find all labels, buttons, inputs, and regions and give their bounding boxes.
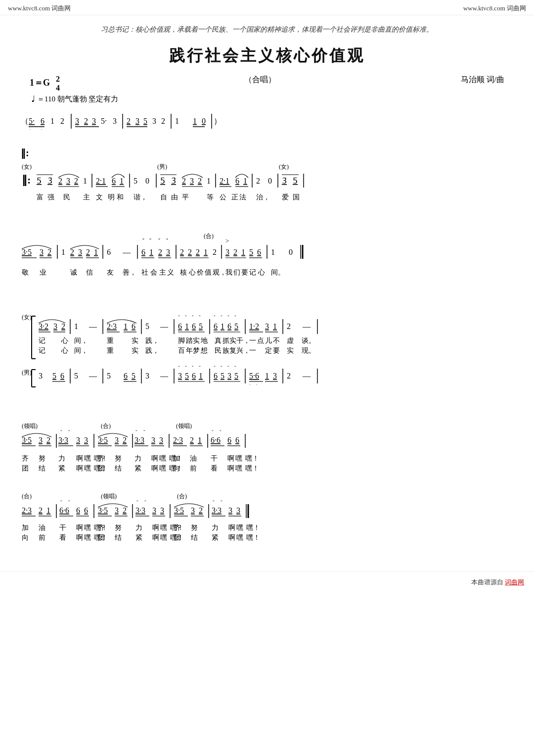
svg-text:6: 6	[60, 372, 64, 380]
svg-text:看: 看	[211, 465, 218, 472]
svg-text:1: 1	[193, 117, 197, 125]
svg-text:1: 1	[50, 117, 54, 125]
svg-text:2: 2	[188, 248, 192, 256]
svg-text:5: 5	[52, 372, 56, 380]
svg-text:紧: 紧	[58, 465, 65, 472]
svg-text:ˇ: ˇ	[213, 499, 215, 505]
svg-text:力: 力	[58, 455, 65, 462]
svg-text:‖:: ‖:	[22, 174, 31, 186]
svg-text:6: 6	[192, 372, 196, 380]
svg-text:5̄: 5̄	[293, 177, 298, 185]
svg-text:齐: 齐	[22, 455, 29, 462]
svg-text:(女): (女)	[279, 163, 289, 170]
svg-text:5̄: 5̄	[160, 177, 165, 185]
section5-svg: (合) 2·3 2 1 ˇ ˇ 6·6 6 6	[21, 490, 505, 560]
svg-text:百: 百	[178, 347, 185, 354]
svg-text:心: 心	[188, 269, 196, 276]
key-signature: 1＝G	[30, 78, 50, 88]
svg-text:ˇ: ˇ	[144, 499, 146, 505]
repeat-start: ‖:	[21, 147, 29, 159]
svg-text:3·5: 3·5	[174, 506, 184, 515]
svg-text:ˇ: ˇ	[185, 314, 187, 320]
svg-text:ˇ: ˇ	[68, 429, 70, 435]
svg-text:不: 不	[273, 337, 280, 344]
svg-text:努: 努	[39, 455, 45, 462]
svg-text:3: 3	[265, 322, 269, 331]
svg-text:2: 2	[70, 248, 74, 256]
svg-text:3: 3	[152, 506, 156, 515]
svg-text:2: 2	[196, 248, 200, 256]
svg-text:现。: 现。	[302, 347, 315, 354]
svg-text:力: 力	[135, 524, 142, 531]
svg-text:嘿: 嘿	[236, 524, 243, 531]
svg-text:3: 3	[115, 436, 119, 444]
svg-text:油: 油	[39, 524, 45, 531]
svg-text:结: 结	[191, 534, 198, 541]
svg-text:一: 一	[249, 347, 256, 354]
svg-text:ˇ: ˇ	[214, 365, 216, 371]
svg-text:谐，: 谐，	[134, 193, 147, 201]
footer-link[interactable]: 词曲网	[505, 578, 524, 587]
svg-text:前: 前	[190, 465, 197, 472]
svg-text:0: 0	[289, 248, 293, 256]
svg-text:紧: 紧	[134, 465, 141, 472]
svg-text:1: 1	[61, 248, 65, 256]
svg-text:齐: 齐	[174, 524, 181, 531]
svg-text:6: 6	[132, 322, 135, 331]
svg-text:ˇ: ˇ	[185, 365, 187, 371]
svg-text:嘿: 嘿	[160, 524, 167, 531]
svg-text:2: 2	[233, 248, 237, 256]
svg-text:间。: 间。	[271, 269, 285, 276]
svg-text:1: 1	[74, 322, 78, 331]
svg-text:3·5: 3·5	[98, 436, 108, 444]
svg-text:·: ·	[249, 382, 250, 387]
svg-text:ˇ: ˇ	[142, 237, 144, 244]
svg-text:·: ·	[41, 127, 42, 132]
svg-text:一: 一	[249, 337, 256, 344]
svg-text:齐: 齐	[98, 524, 105, 531]
svg-text:2·1: 2·1	[96, 177, 106, 185]
svg-text:6: 6	[227, 322, 231, 331]
svg-text:向: 向	[22, 534, 29, 541]
svg-text:啊: 啊	[76, 455, 83, 462]
svg-text:心: 心	[258, 269, 265, 276]
section4-svg: (领唱) 3·5 3 2 ˇ ˇ 3·3 3 3	[21, 420, 505, 479]
svg-text:结: 结	[39, 465, 45, 472]
svg-text:5·: 5·	[101, 117, 107, 125]
svg-text:2: 2	[287, 372, 291, 380]
svg-text:谈。: 谈。	[302, 337, 315, 344]
svg-text:5: 5	[185, 372, 189, 380]
svg-text:地: 地	[200, 337, 208, 344]
svg-text:1: 1	[120, 177, 124, 185]
svg-text:点: 点	[257, 337, 264, 344]
svg-text:嘿！: 嘿！	[245, 455, 259, 462]
svg-text:0: 0	[268, 177, 272, 185]
svg-text:啊: 啊	[152, 534, 159, 541]
svg-text:5: 5	[249, 248, 253, 256]
svg-text:爱: 爱	[282, 193, 289, 201]
svg-text:干，: 干，	[236, 337, 250, 344]
section1-row: ‖: (女) ‖: 5̄ 3̄ 2	[21, 147, 513, 221]
svg-text:法: 法	[239, 193, 246, 201]
svg-text:加: 加	[173, 455, 180, 462]
svg-text:3: 3	[53, 322, 57, 331]
svg-text:2: 2	[58, 177, 62, 185]
svg-text:2·3: 2·3	[173, 436, 183, 444]
svg-text:1: 1	[241, 248, 245, 256]
svg-text:2: 2	[86, 248, 90, 256]
svg-text:油: 油	[190, 455, 197, 462]
svg-text:心: 心	[61, 347, 68, 354]
svg-text:1: 1	[149, 248, 153, 256]
key-time: 1＝G 24	[30, 75, 60, 92]
section2-svg: (合) 3·5 3 2 1 2 3 2 1	[21, 230, 505, 294]
svg-text:3: 3	[115, 506, 119, 515]
svg-text:6: 6	[235, 177, 239, 185]
svg-text:善，: 善，	[123, 268, 136, 276]
svg-text:正: 正	[231, 193, 238, 201]
svg-text:明: 明	[108, 193, 115, 201]
svg-text:啊: 啊	[228, 524, 235, 531]
svg-text:ˇ: ˇ	[60, 499, 62, 505]
svg-text:观，: 观，	[213, 269, 226, 276]
svg-text:3·3: 3·3	[58, 436, 68, 444]
svg-text:看: 看	[59, 534, 66, 541]
